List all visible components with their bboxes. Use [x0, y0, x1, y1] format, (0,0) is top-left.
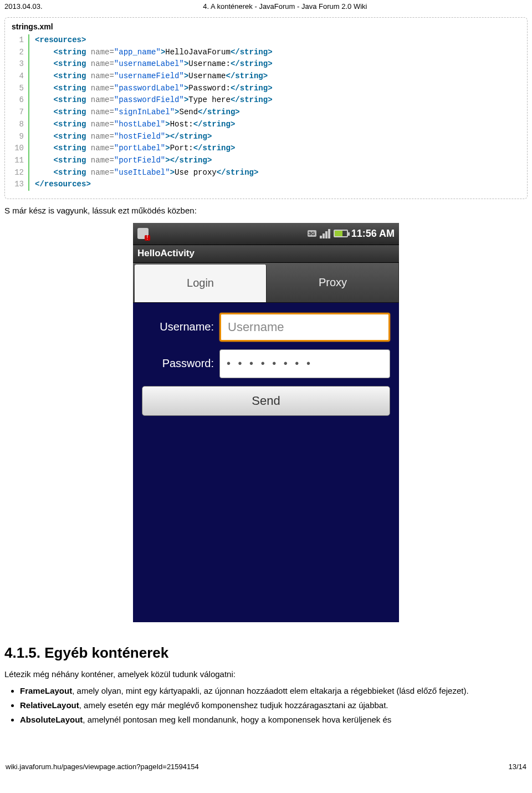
- line-number: 6: [12, 94, 29, 106]
- footer-page: 13/14: [508, 762, 526, 771]
- section-lead: Létezik még néhány konténer, amelyek köz…: [4, 669, 528, 679]
- status-clock: 11:56 AM: [351, 228, 395, 240]
- line-content: <string name="portLabel">Port:</string>: [35, 143, 235, 155]
- line-content: <string name="portField"></string>: [35, 155, 212, 167]
- line-number: 8: [12, 119, 29, 131]
- line-content: <string name="usernameLabel">Username:</…: [35, 58, 273, 70]
- device-screenshot: 3G 11:56 AM HelloActivity Login Proxy Us…: [133, 223, 399, 622]
- code-line: 8 <string name="hostLabel">Host:</string…: [12, 119, 520, 131]
- tab-login[interactable]: Login: [135, 265, 267, 302]
- list-item-term: RelativeLayout: [20, 700, 79, 710]
- list-item-term: FrameLayout: [20, 686, 72, 695]
- code-line: 5 <string name="passwordLabel">Password:…: [12, 83, 520, 95]
- code-panel: strings.xml 1<resources>2 <string name="…: [4, 17, 528, 199]
- line-content: <string name="app_name">HelloJavaForum</…: [35, 47, 273, 59]
- code-panel-title: strings.xml: [12, 22, 520, 31]
- network-3g-icon: 3G: [308, 230, 316, 237]
- line-number: 12: [12, 167, 29, 179]
- code-line: 11 <string name="portField"></string>: [12, 155, 520, 167]
- send-button[interactable]: Send: [142, 386, 390, 416]
- page-header: 2013.04.03. 4. A konténerek - JavaForum …: [0, 0, 532, 13]
- status-bar: 3G 11:56 AM: [133, 223, 399, 245]
- tab-bar: Login Proxy: [133, 263, 399, 303]
- header-date: 2013.04.03.: [4, 2, 43, 11]
- page-footer: wiki.javaforum.hu/pages/viewpage.action?…: [0, 759, 532, 776]
- code-block: 1<resources>2 <string name="app_name">He…: [12, 34, 520, 191]
- battery-icon: [334, 230, 348, 237]
- password-label: Password:: [142, 357, 219, 370]
- line-content: <string name="useItLabel">Use proxy</str…: [35, 167, 258, 179]
- line-content: </resources>: [35, 179, 91, 191]
- line-number: 11: [12, 155, 29, 167]
- list-item: RelativeLayout, amely esetén egy már meg…: [20, 700, 528, 711]
- line-number: 1: [12, 34, 29, 47]
- line-number: 13: [12, 179, 29, 191]
- tab-proxy[interactable]: Proxy: [267, 263, 399, 302]
- code-line: 4 <string name="usernameField">Username<…: [12, 70, 520, 83]
- list-item: AbsoluteLayout, amelynél pontosan meg ke…: [20, 714, 528, 725]
- code-line: 12 <string name="useItLabel">Use proxy</…: [12, 167, 520, 179]
- line-content: <string name="hostLabel">Host:</string>: [35, 119, 235, 131]
- container-list: FrameLayout, amely olyan, mint egy kárty…: [4, 685, 528, 726]
- username-label: Username:: [142, 321, 219, 333]
- header-title: 4. A konténerek - JavaForum - Java Forum…: [43, 2, 528, 11]
- signal-bars-icon: [320, 228, 330, 238]
- login-form: Username: Username Password: • • • • • •…: [133, 303, 399, 622]
- section-heading: 4.1.5. Egyéb konténerek: [4, 644, 528, 662]
- line-content: <string name="signInLabel">Send</string>: [35, 106, 240, 119]
- code-line: 9 <string name="hostField"></string>: [12, 131, 520, 143]
- code-line: 3 <string name="usernameLabel">Username:…: [12, 58, 520, 70]
- footer-url: wiki.javaforum.hu/pages/viewpage.action?…: [6, 762, 199, 771]
- line-content: <resources>: [35, 34, 86, 47]
- notification-icon: [137, 228, 149, 239]
- password-field[interactable]: • • • • • • • •: [219, 349, 390, 378]
- line-number: 9: [12, 131, 29, 143]
- code-line: 6 <string name="passwordField">Type here…: [12, 94, 520, 106]
- code-line: 1<resources>: [12, 34, 520, 47]
- line-number: 2: [12, 47, 29, 59]
- line-number: 5: [12, 83, 29, 95]
- line-number: 3: [12, 58, 29, 70]
- app-title-bar: HelloActivity: [133, 245, 399, 263]
- code-line: 7 <string name="signInLabel">Send</strin…: [12, 106, 520, 119]
- line-number: 4: [12, 70, 29, 83]
- line-content: <string name="passwordLabel">Password:</…: [35, 83, 273, 95]
- code-line: 2 <string name="app_name">HelloJavaForum…: [12, 47, 520, 59]
- code-line: 13</resources>: [12, 179, 520, 191]
- line-number: 7: [12, 106, 29, 119]
- line-content: <string name="usernameField">Username</s…: [35, 70, 268, 83]
- line-content: <string name="hostField"></string>: [35, 131, 212, 143]
- line-number: 10: [12, 143, 29, 155]
- code-line: 10 <string name="portLabel">Port:</strin…: [12, 143, 520, 155]
- username-field[interactable]: Username: [219, 313, 390, 342]
- list-item: FrameLayout, amely olyan, mint egy kárty…: [20, 685, 528, 697]
- intro-text: S már kész is vagyunk, lássuk ezt működé…: [4, 206, 528, 215]
- line-content: <string name="passwordField">Type here</…: [35, 94, 273, 106]
- list-item-term: AbsoluteLayout: [20, 715, 83, 724]
